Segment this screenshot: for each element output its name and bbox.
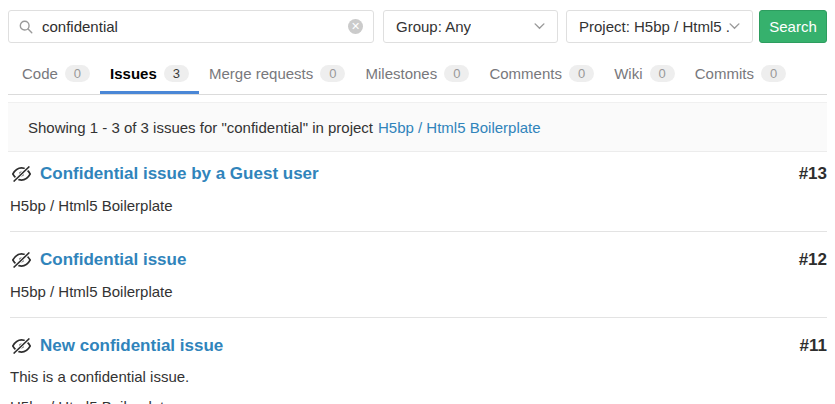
issue-title-link[interactable]: Confidential issue	[40, 250, 186, 270]
issue-result-row: New confidential issue #11 This is a con…	[10, 317, 827, 404]
tab[interactable]: Issues 3	[100, 55, 199, 94]
tab-count-badge: 0	[650, 65, 675, 82]
issue-result-row: Confidential issue by a Guest user #13 H…	[10, 152, 827, 231]
chevron-down-icon	[729, 23, 740, 30]
project-filter-label: Project: H5bp / Html5 ...	[579, 18, 729, 35]
project-filter-dropdown[interactable]: Project: H5bp / Html5 ...	[566, 10, 753, 43]
search-scope-tabs: Code 0 Issues 3 Merge requests 0 Milesto…	[8, 55, 827, 95]
tab-count-badge: 0	[761, 65, 786, 82]
tab-label: Commits	[695, 65, 754, 82]
tab-label: Merge requests	[209, 65, 313, 82]
tab-count-badge: 3	[164, 65, 189, 82]
clear-search-icon[interactable]: ✕	[348, 19, 363, 34]
search-button[interactable]: Search	[759, 10, 827, 43]
tab-count-badge: 0	[569, 65, 594, 82]
chevron-down-icon	[534, 23, 545, 30]
search-box[interactable]: ✕	[8, 10, 374, 43]
issue-project-name: H5bp / Html5 Boilerplate	[10, 197, 827, 214]
issue-title-link[interactable]: Confidential issue by a Guest user	[40, 164, 319, 184]
issue-result-header: Confidential issue by a Guest user #13	[10, 164, 827, 184]
issue-project-name: H5bp / Html5 Boilerplate	[10, 283, 827, 300]
tab-label: Issues	[110, 65, 157, 82]
tab[interactable]: Merge requests 0	[199, 55, 355, 94]
issue-number: #12	[799, 250, 827, 270]
issue-result-row: Confidential issue #12 H5bp / Html5 Boil…	[10, 231, 827, 317]
tab-label: Comments	[489, 65, 562, 82]
search-input[interactable]	[42, 18, 348, 35]
results-summary-text: Showing 1 - 3 of 3 issues for "confident…	[28, 119, 373, 136]
issue-results-list: Confidential issue by a Guest user #13 H…	[8, 152, 827, 404]
issue-description: This is a confidential issue.	[10, 368, 827, 385]
results-summary-bar: Showing 1 - 3 of 3 issues for "confident…	[8, 102, 827, 152]
issue-title-link[interactable]: New confidential issue	[40, 336, 223, 356]
group-filter-dropdown[interactable]: Group: Any	[383, 10, 558, 43]
issue-result-header: New confidential issue #11	[10, 336, 827, 356]
confidential-eye-slash-icon	[12, 166, 31, 182]
tab[interactable]: Code 0	[12, 55, 100, 94]
tab[interactable]: Comments 0	[479, 55, 604, 94]
issue-number: #13	[799, 164, 827, 184]
confidential-eye-slash-icon	[12, 338, 31, 354]
group-filter-label: Group: Any	[396, 18, 471, 35]
issue-project-name: H5bp / Html5 Boilerplate	[10, 398, 827, 404]
search-filter-row: ✕ Group: Any Project: H5bp / Html5 ... S…	[8, 0, 827, 43]
issue-result-header: Confidential issue #12	[10, 250, 827, 270]
confidential-eye-slash-icon	[12, 252, 31, 268]
tab[interactable]: Wiki 0	[604, 55, 685, 94]
tab-count-badge: 0	[444, 65, 469, 82]
issue-number: #11	[800, 336, 827, 356]
tab-label: Milestones	[365, 65, 437, 82]
tab-count-badge: 0	[65, 65, 90, 82]
tab-count-badge: 0	[320, 65, 345, 82]
project-link[interactable]: H5bp / Html5 Boilerplate	[378, 119, 541, 136]
search-icon	[19, 20, 33, 34]
tab-label: Code	[22, 65, 58, 82]
search-results-page: ✕ Group: Any Project: H5bp / Html5 ... S…	[8, 0, 827, 404]
tab[interactable]: Commits 0	[685, 55, 796, 94]
tab-label: Wiki	[614, 65, 642, 82]
tab[interactable]: Milestones 0	[355, 55, 479, 94]
